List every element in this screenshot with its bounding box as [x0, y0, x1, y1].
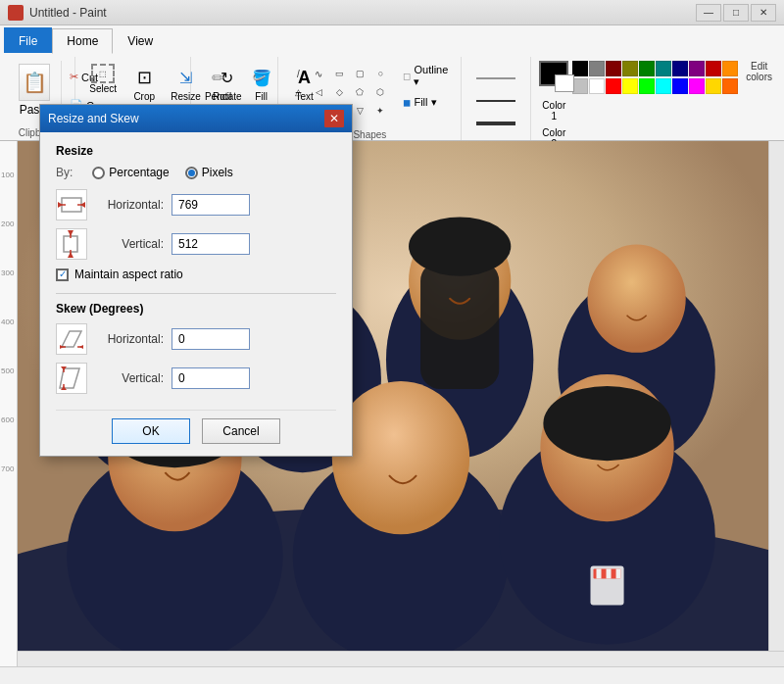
select-button[interactable]: ⬚ Select [83, 61, 122, 97]
swatch-silver[interactable] [572, 78, 588, 94]
swatch-maroon[interactable] [706, 61, 721, 76]
select-icon: ⬚ [91, 64, 115, 83]
percentage-radio[interactable]: Percentage [92, 166, 169, 179]
shape-star4[interactable]: ✦ [370, 102, 390, 120]
dialog-body: Resize By: Percentage Pixels [40, 132, 352, 456]
shape-rtriangle[interactable]: ◁ [309, 83, 328, 101]
pixels-label: Pixels [202, 166, 233, 179]
maintain-aspect-label[interactable]: Maintain aspect ratio [74, 268, 183, 281]
crop-icon: ⊡ [130, 64, 158, 91]
shape-hexagon[interactable]: ⬡ [370, 83, 390, 101]
svg-rect-27 [607, 568, 612, 578]
dialog-title: Resize and Skew [48, 112, 324, 125]
cancel-button[interactable]: Cancel [202, 418, 280, 444]
swatch-yellow[interactable] [622, 78, 638, 94]
swatch-darkred[interactable] [606, 61, 621, 76]
horizontal-resize-icon [56, 189, 87, 220]
svg-point-29 [409, 218, 511, 276]
tab-home[interactable]: Home [52, 28, 113, 54]
divider [56, 293, 336, 294]
swatch-white[interactable] [589, 78, 605, 94]
outline-button[interactable]: ◻ Outline ▾ [398, 61, 453, 91]
close-button[interactable]: ✕ [751, 4, 776, 22]
shape-pentagon[interactable]: ⬠ [350, 83, 369, 101]
swatch-navy[interactable] [672, 61, 688, 76]
fill-button[interactable]: 🪣 Fill [242, 61, 281, 105]
color1-selector[interactable] [539, 61, 568, 86]
swatch-blue[interactable] [672, 78, 688, 94]
maintain-aspect-checkbox[interactable] [56, 269, 69, 281]
shape-curve[interactable]: ∿ [309, 65, 328, 82]
shape-diamond[interactable]: ◇ [329, 83, 349, 101]
swatch-purple[interactable] [689, 61, 705, 76]
minimize-button[interactable]: — [696, 4, 721, 22]
swatch-row-2 [572, 78, 738, 94]
pixels-radio[interactable]: Pixels [185, 166, 233, 179]
svg-rect-26 [597, 568, 602, 578]
swatch-orange[interactable] [722, 78, 738, 94]
svg-rect-37 [64, 236, 77, 252]
swatch-red[interactable] [606, 78, 621, 94]
swatch-cyan[interactable] [656, 78, 671, 94]
svg-marker-42 [62, 331, 81, 347]
svg-rect-28 [616, 568, 621, 578]
skew-vertical-icon [56, 363, 87, 394]
size-1-button[interactable] [471, 67, 520, 86]
size-group: Size [462, 57, 531, 140]
shape-triangle[interactable]: △ [288, 83, 308, 101]
swatch-orange2[interactable] [722, 61, 738, 76]
outline-icon: ◻ [403, 71, 411, 81]
swatch-gold[interactable] [706, 78, 721, 94]
ruler-vertical: 100 200 300 400 500 600 700 [0, 141, 18, 666]
swatch-olive[interactable] [622, 61, 638, 76]
edit-colors-button[interactable]: Editcolors [746, 61, 772, 82]
swatch-lime[interactable] [639, 78, 655, 94]
dialog-titlebar: Resize and Skew ✕ [40, 105, 352, 132]
vertical-resize-icon [56, 228, 87, 260]
swatch-teal[interactable] [656, 61, 671, 76]
vertical-value-input[interactable] [172, 233, 250, 255]
fill-color-icon: ◼ [403, 97, 411, 108]
swatch-black[interactable] [572, 61, 588, 76]
app-icon [8, 5, 24, 21]
shape-arrow-d[interactable]: ▽ [350, 102, 369, 120]
horizontal-label: Horizontal: [95, 198, 164, 212]
scrollbar-vertical[interactable] [768, 141, 784, 651]
scrollbar-horizontal[interactable] [18, 651, 784, 666]
shape-line[interactable]: / [288, 65, 308, 82]
pencil-button[interactable]: ✏ Pencil [199, 61, 238, 105]
status-bar [0, 666, 784, 684]
percentage-radio-btn[interactable] [92, 167, 105, 179]
crop-button[interactable]: ⊡ Crop [124, 61, 164, 105]
swatch-magenta[interactable] [689, 78, 705, 94]
fill-color-button[interactable]: ◼ Fill ▾ [398, 93, 453, 112]
swatch-row-1 [572, 61, 738, 76]
swatch-darkgreen[interactable] [639, 61, 655, 76]
ribbon-tabs: File Home View [0, 25, 784, 53]
svg-point-31 [543, 386, 670, 461]
shape-rect[interactable]: ▭ [329, 65, 349, 82]
skew-section-header: Skew (Degrees) [56, 302, 336, 316]
maximize-button[interactable]: □ [723, 4, 749, 22]
skew-vertical-input[interactable] [172, 367, 250, 389]
title-bar: Untitled - Paint — □ ✕ [0, 0, 784, 25]
svg-point-14 [587, 245, 685, 353]
skew-vertical-label: Vertical: [95, 371, 164, 385]
tab-file[interactable]: File [4, 27, 52, 53]
color-selector-boxes: Color 1 Color 2 [539, 61, 568, 149]
color1-box[interactable] [539, 61, 568, 86]
resize-dialog: Resize and Skew ✕ Resize By: Percentage … [39, 104, 353, 457]
size-2-button[interactable] [471, 90, 520, 110]
vertical-resize-row: Vertical: [56, 228, 336, 260]
shape-roundrect[interactable]: ▢ [350, 65, 369, 82]
dialog-close-button[interactable]: ✕ [324, 110, 344, 127]
size-3-button[interactable] [471, 114, 520, 133]
shape-ellipse[interactable]: ○ [370, 65, 390, 82]
swatch-gray[interactable] [589, 61, 605, 76]
paste-icon: 📋 [19, 64, 50, 101]
horizontal-value-input[interactable] [172, 194, 250, 216]
tab-view[interactable]: View [113, 27, 168, 53]
skew-horizontal-input[interactable] [172, 328, 250, 350]
pixels-radio-btn[interactable] [185, 167, 198, 179]
ok-button[interactable]: OK [112, 418, 190, 444]
